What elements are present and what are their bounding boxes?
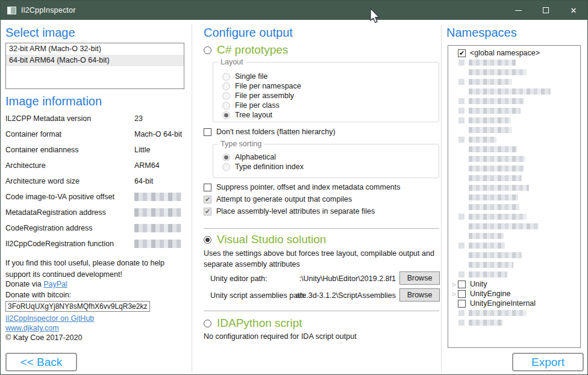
alphabetical-radio[interactable] <box>222 153 230 161</box>
single-file-radio[interactable] <box>222 73 230 81</box>
sorting-option-alphabetical[interactable]: Alphabetical <box>222 152 439 162</box>
redacted-checkbox <box>458 137 464 143</box>
file-per-namespace-label: File per namespace <box>235 82 301 90</box>
idapython-option[interactable]: IDAPython script <box>204 317 302 330</box>
section-divider <box>204 311 439 311</box>
redacted-bar <box>469 243 505 249</box>
layout-option-file-per-class[interactable]: File per class <box>222 101 439 110</box>
redacted-bar <box>469 262 513 268</box>
maximize-button[interactable] <box>532 1 560 20</box>
info-row: Container format Mach-O 64-bit <box>5 130 186 142</box>
info-row: Code image-to-VA positive offset <box>5 193 186 205</box>
unity-checkbox[interactable] <box>458 280 466 288</box>
csharp-prototypes-radio[interactable] <box>204 46 211 54</box>
assembly-attributes-checkbox[interactable]: ✔ <box>204 208 211 215</box>
redacted-value <box>134 193 181 203</box>
github-link[interactable]: Il2CppInspector on GitHub <box>5 314 94 323</box>
redacted-checkbox <box>458 108 464 114</box>
namespace-item-redacted <box>448 241 580 250</box>
idapython-label: IDAPython script <box>217 317 302 330</box>
redacted-checkbox <box>458 310 464 316</box>
redacted-bar <box>469 214 527 220</box>
unityengineinternal-checkbox[interactable] <box>458 300 466 308</box>
idapython-radio[interactable] <box>204 320 211 327</box>
namespace-item-unityengineinternal[interactable]: UnityEngineInternal <box>448 299 580 308</box>
layout-option-file-per-namespace[interactable]: File per namespace <box>222 81 439 91</box>
namespace-item-redacted <box>448 87 580 96</box>
info-label: Container format <box>5 130 61 138</box>
paypal-link[interactable]: PayPal <box>43 280 67 288</box>
namespace-item-redacted <box>448 144 580 154</box>
unityengine-label: UnityEngine <box>470 290 510 298</box>
namespace-item-unity[interactable]: ▷ Unity <box>448 279 580 289</box>
visual-studio-radio[interactable] <box>204 236 211 244</box>
donate-text: If you find this tool useful, please don… <box>5 258 187 280</box>
layout-option-single-file[interactable]: Single file <box>222 72 439 81</box>
namespace-item-unityengine[interactable]: ▷ UnityEngine <box>448 289 580 299</box>
info-value: Little <box>134 146 150 154</box>
app-window: Il2CppInspector ✕ Select image 32-bit AR… <box>0 0 588 375</box>
redacted-bar <box>469 310 527 316</box>
sorting-option-type-definition-index[interactable]: Type definition index <box>222 162 439 172</box>
layout-option-tree-layout[interactable]: Tree layout <box>222 110 439 120</box>
unity-assemblies-browse-button[interactable]: Browse <box>399 288 440 302</box>
minimize-button[interactable] <box>504 1 532 20</box>
namespace-item-redacted <box>448 183 580 193</box>
namespace-item-redacted <box>448 260 580 270</box>
redacted-checkbox <box>458 320 464 326</box>
namespace-item-redacted <box>448 222 580 231</box>
suppress-metadata-checkbox[interactable] <box>204 184 211 191</box>
image-list-item-selected[interactable]: 64-bit ARM64 (Mach-O 64-bit) <box>6 55 184 66</box>
donate-via-prefix: Donate via <box>5 280 43 288</box>
suppress-metadata-option[interactable]: Suppress pointer, offset and index metad… <box>204 182 401 192</box>
type-definition-index-radio[interactable] <box>222 163 230 171</box>
namespace-item-redacted <box>448 106 580 116</box>
unity-editor-browse-button[interactable]: Browse <box>399 271 440 285</box>
namespace-item-redacted <box>448 164 580 173</box>
file-per-class-radio[interactable] <box>222 102 230 110</box>
title-bar[interactable]: Il2CppInspector ✕ <box>1 1 587 20</box>
redacted-bar <box>469 108 521 114</box>
image-listbox[interactable]: 32-bit ARM (Mach-O 32-bit) 64-bit ARM64 … <box>5 43 184 89</box>
redacted-bar <box>469 271 507 277</box>
flatten-hierarchy-option[interactable]: Don't nest folders (flatten hierarchy) <box>204 127 336 137</box>
unityengine-checkbox[interactable] <box>458 290 466 298</box>
assembly-attributes-option[interactable]: ✔ Place assembly-level attributes in sep… <box>204 206 375 216</box>
tree-layout-radio[interactable] <box>222 111 230 119</box>
expander-icon[interactable]: ▷ <box>451 282 458 287</box>
export-button[interactable]: Export <box>512 353 584 371</box>
redacted-bar <box>469 137 496 143</box>
compilable-output-option[interactable]: ✔ Attempt to generate output that compil… <box>204 194 352 204</box>
type-sorting-groupbox: Type sorting Alphabetical Type definitio… <box>213 144 439 178</box>
flatten-hierarchy-checkbox[interactable] <box>204 128 211 136</box>
visual-studio-option[interactable]: Visual Studio solution <box>204 233 326 246</box>
redacted-bar <box>469 156 525 162</box>
namespace-item-redacted <box>448 77 580 87</box>
bitcoin-address-input[interactable] <box>5 301 150 312</box>
unity-editor-path-label: Unity editor path: <box>210 274 267 283</box>
redacted-bar <box>469 185 529 191</box>
csharp-prototypes-option[interactable]: C# prototypes <box>204 43 288 57</box>
info-row: Architecture word size 64-bit <box>5 177 186 189</box>
redacted-checkbox <box>458 60 464 66</box>
expander-icon[interactable]: ▷ <box>451 291 458 297</box>
flatten-hierarchy-label: Don't nest folders (flatten hierarchy) <box>216 128 336 136</box>
website-link[interactable]: www.djkaty.com <box>5 324 59 332</box>
compilable-output-checkbox[interactable]: ✔ <box>204 196 211 203</box>
layout-option-file-per-assembly[interactable]: File per assembly <box>222 91 439 101</box>
right-column-divider <box>441 25 442 373</box>
unity-editor-path-input[interactable]: :\Unity\Hub\Editor\2019.2.8f1 <box>299 274 396 283</box>
image-list-item[interactable]: 32-bit ARM (Mach-O 32-bit) <box>6 43 184 55</box>
redacted-bar <box>469 69 527 75</box>
namespace-list[interactable]: ✔ <global namespace> ▷ Unity ▷ UnityEngi… <box>448 45 581 348</box>
redacted-bar <box>134 224 181 232</box>
global-namespace-checkbox[interactable]: ✔ <box>458 49 466 57</box>
unity-assemblies-path-input[interactable]: ate.3d-3.1.2\ScriptAssemblies <box>296 291 396 300</box>
info-label: Container endianness <box>5 146 79 154</box>
namespace-redacted-bottom <box>448 308 580 327</box>
close-button[interactable]: ✕ <box>560 1 587 20</box>
back-button[interactable]: << Back <box>5 353 77 371</box>
file-per-namespace-radio[interactable] <box>222 82 230 90</box>
file-per-assembly-radio[interactable] <box>222 92 230 100</box>
namespace-item-global[interactable]: ✔ <global namespace> <box>448 48 580 58</box>
